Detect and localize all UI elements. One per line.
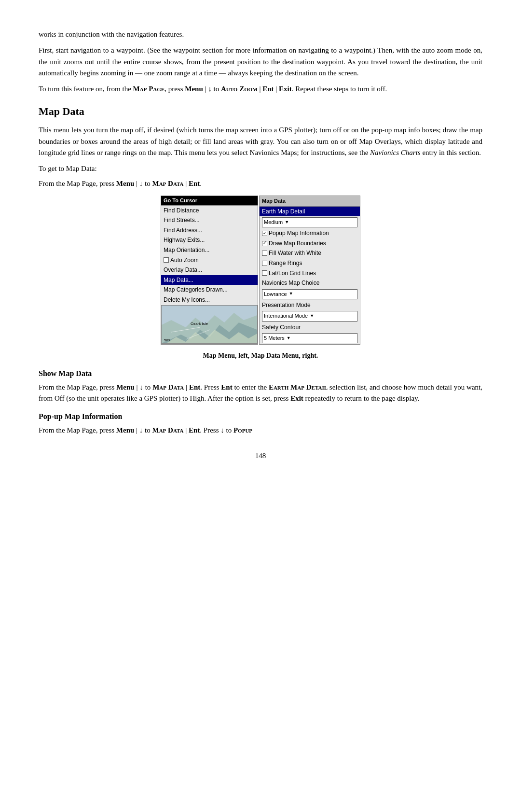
auto-zoom-label: Auto Zoom bbox=[170, 256, 199, 265]
left-menu-item-find-distance: Find Distance bbox=[161, 206, 258, 216]
right-menu-panel: Map Data Earth Map Detail Medium ▼ Popup… bbox=[259, 196, 360, 345]
popup-map-data-ref: Map Data bbox=[152, 426, 183, 434]
popup-ent-key: Ent bbox=[189, 426, 200, 434]
safety-arrow: ▼ bbox=[287, 335, 291, 342]
left-menu-item-map-categories: Map Categories Drawn... bbox=[161, 285, 258, 295]
svg-text:Ozark Isle: Ozark Isle bbox=[191, 322, 208, 326]
earth-map-value: Medium bbox=[264, 218, 283, 226]
ent-key2: Ent bbox=[189, 180, 200, 187]
left-menu-item-find-address: Find Address... bbox=[161, 225, 258, 236]
presentation-dropdown: International Mode ▼ bbox=[262, 311, 357, 321]
auto-zoom-checkbox bbox=[164, 257, 169, 263]
right-range-rings: Range Rings bbox=[260, 258, 360, 268]
right-popup-map-info: Popup Map Information bbox=[260, 228, 360, 238]
lat-lon-grid-checkbox bbox=[262, 270, 267, 276]
svg-text:5mi: 5mi bbox=[164, 338, 170, 342]
left-menu-item-map-data: Map Data... bbox=[161, 275, 258, 285]
right-earth-map-detail-label: Earth Map Detail bbox=[260, 207, 360, 217]
show-menu-key: Menu bbox=[116, 383, 135, 391]
to-get-label: To get to Map Data: bbox=[39, 163, 482, 174]
menu-key2: Menu bbox=[116, 180, 135, 187]
left-menu-item-delete-icons: Delete My Icons... bbox=[161, 295, 258, 305]
popup-map-info-heading: Pop-up Map Information bbox=[39, 411, 482, 423]
right-earth-map-detail-value: Medium ▼ bbox=[260, 216, 360, 228]
left-menu-item-highway-exits: Highway Exits... bbox=[161, 235, 258, 245]
map-svg: Ozark Isle 5mi bbox=[162, 306, 257, 343]
show-ent1: Ent bbox=[189, 383, 200, 391]
right-menu-title: Map Data bbox=[260, 196, 360, 207]
earth-map-dropdown: Medium ▼ bbox=[262, 217, 357, 227]
right-presentation-mode-label: Presentation Mode bbox=[260, 300, 360, 310]
exit-key: Exit bbox=[279, 85, 292, 93]
ent-key: Ent bbox=[262, 85, 274, 93]
draw-map-boundaries-checkbox bbox=[262, 241, 267, 246]
left-menu-item-overlay-data: Overlay Data... bbox=[161, 265, 258, 275]
left-menu-panel: Go To Cursor Find Distance Find Streets.… bbox=[161, 196, 258, 345]
navionics-charts-ref: Navionics Charts bbox=[370, 149, 421, 156]
navionics-dropdown: Lowrance ▼ bbox=[262, 289, 357, 299]
navionics-value: Lowrance bbox=[264, 290, 287, 298]
map-data-heading: Map Data bbox=[39, 103, 482, 120]
menu-key: Menu bbox=[185, 85, 203, 93]
show-map-data-paragraph: From the Map Page, press Menu | ↓ to Map… bbox=[39, 382, 482, 405]
right-draw-map-boundaries: Draw Map Boundaries bbox=[260, 238, 360, 249]
right-fill-water: Fill Water with White bbox=[260, 248, 360, 258]
right-safety-value: 5 Meters ▼ bbox=[260, 332, 360, 344]
from-map-page-instruction: From the Map Page, press Menu | ↓ to Map… bbox=[39, 178, 482, 189]
figure-caption: Map Menu, left, Map Data Menu, right. bbox=[39, 350, 482, 361]
fill-water-checkbox bbox=[262, 251, 267, 256]
map-page-ref: Map Page bbox=[133, 85, 165, 93]
range-rings-label: Range Rings bbox=[269, 259, 302, 268]
popup-ref: Popup bbox=[233, 426, 252, 434]
map-data-paragraph: This menu lets you turn the map off, if … bbox=[39, 125, 482, 158]
popup-map-info-paragraph: From the Map Page, press Menu | ↓ to Map… bbox=[39, 425, 482, 436]
earth-map-arrow: ▼ bbox=[285, 219, 289, 226]
safety-value: 5 Meters bbox=[264, 334, 285, 342]
earth-map-detail-ref: Earth Map Detail bbox=[269, 383, 328, 391]
right-navionics-value: Lowrance ▼ bbox=[260, 288, 360, 300]
show-exit-key: Exit bbox=[290, 394, 303, 402]
left-menu-item-find-streets: Find Streets... bbox=[161, 215, 258, 225]
left-menu-title: Go To Cursor bbox=[161, 196, 258, 206]
navionics-arrow: ▼ bbox=[289, 291, 293, 297]
show-map-data-heading: Show Map Data bbox=[39, 368, 482, 380]
right-safety-contour-label: Safety Contour bbox=[260, 322, 360, 333]
left-menu-item-auto-zoom: Auto Zoom bbox=[161, 255, 258, 266]
map-thumbnail: Ozark Isle 5mi bbox=[161, 305, 258, 344]
show-map-data-ref: Map Data bbox=[152, 383, 184, 391]
right-navionics-map-choice-label: Navionics Map Choice bbox=[260, 278, 360, 288]
opening-paragraph: works in conjunction with the navigation… bbox=[39, 29, 482, 40]
instruction1: To turn this feature on, from the Map Pa… bbox=[39, 84, 482, 95]
range-rings-checkbox bbox=[262, 261, 267, 266]
menus-illustration: Go To Cursor Find Distance Find Streets.… bbox=[111, 196, 410, 345]
draw-map-boundaries-label: Draw Map Boundaries bbox=[269, 239, 326, 248]
presentation-arrow: ▼ bbox=[310, 313, 314, 320]
page-number: 148 bbox=[39, 450, 482, 462]
left-menu-item-map-orientation: Map Orientation... bbox=[161, 245, 258, 255]
auto-zoom-ref: Auto Zoom bbox=[221, 85, 258, 93]
right-lat-lon-grid: Lat/Lon Grid Lines bbox=[260, 268, 360, 279]
right-presentation-value: International Mode ▼ bbox=[260, 310, 360, 322]
presentation-value: International Mode bbox=[264, 312, 308, 320]
popup-map-info-checkbox bbox=[262, 231, 267, 236]
fill-water-label: Fill Water with White bbox=[269, 249, 321, 258]
show-ent2: Ent bbox=[221, 383, 232, 391]
lat-lon-grid-label: Lat/Lon Grid Lines bbox=[269, 269, 316, 278]
safety-dropdown: 5 Meters ▼ bbox=[262, 333, 357, 343]
paragraph1: First, start navigation to a waypoint. (… bbox=[39, 45, 482, 79]
map-data-ref: Map Data bbox=[152, 180, 183, 187]
popup-map-info-label: Popup Map Information bbox=[269, 229, 329, 238]
popup-menu-key: Menu bbox=[116, 426, 135, 434]
